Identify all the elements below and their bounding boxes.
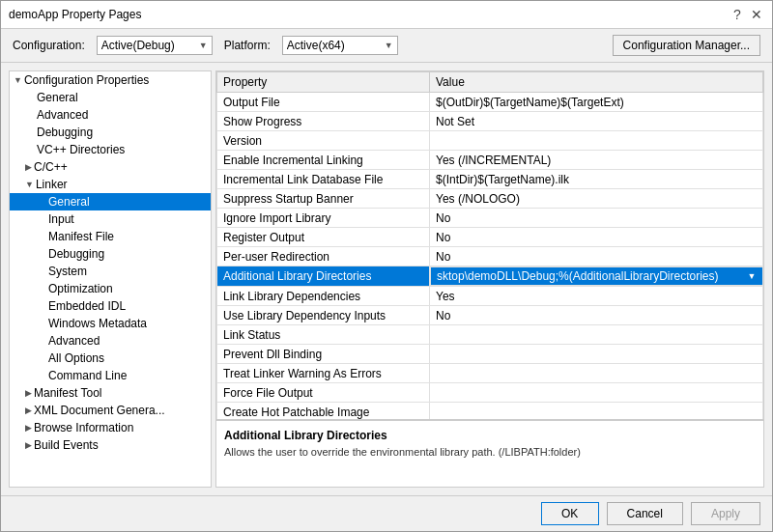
table-row[interactable]: Treat Linker Warning As Errors [217, 364, 763, 383]
tree-expand-icon: ▶ [25, 440, 32, 450]
tree-item-linker[interactable]: ▼Linker [10, 176, 211, 193]
tree-item-linker-input[interactable]: Input [10, 210, 211, 228]
col-property: Property [217, 72, 430, 93]
tree-item-linker-advanced[interactable]: Advanced [10, 332, 211, 350]
table-row[interactable]: Link Status [217, 325, 763, 345]
tree-item-linker-general[interactable]: General [10, 193, 211, 210]
prop-value: $(IntDir)$(TargetName).ilk [430, 170, 763, 189]
tree-item-linker-winmeta[interactable]: Windows Metadata [10, 315, 211, 332]
tree-item-label: All Options [48, 351, 104, 365]
table-row[interactable]: Version [217, 131, 763, 151]
table-row[interactable]: Register OutputNo [217, 228, 763, 247]
table-row[interactable]: Force File Output [217, 383, 763, 403]
prop-name: Create Hot Patchable Image [217, 403, 430, 420]
prop-value: Not Set [430, 112, 763, 131]
apply-button[interactable]: Apply [691, 502, 760, 525]
prop-value [430, 345, 763, 364]
tree-item-vc-dirs[interactable]: VC++ Directories [10, 141, 211, 158]
prop-name: Incremental Link Database File [217, 170, 430, 189]
table-row[interactable]: Create Hot Patchable Image [217, 403, 763, 420]
tree-expand-icon: ▶ [25, 423, 32, 433]
title-bar: demoApp Property Pages ? ✕ [1, 1, 772, 29]
prop-value: Yes (/NOLOGO) [430, 189, 763, 209]
table-row[interactable]: Additional Library Directoriessktop\demo… [217, 266, 763, 287]
tree-item-build-events[interactable]: ▶Build Events [10, 436, 211, 454]
prop-value: No [430, 247, 763, 266]
tree-item-linker-system[interactable]: System [10, 263, 211, 280]
properties-table-container: Property Value Output File$(OutDir)$(Tar… [216, 71, 763, 419]
prop-name: Prevent Dll Binding [217, 345, 430, 364]
tree-item-label: Windows Metadata [48, 317, 147, 330]
tree-item-linker-optim[interactable]: Optimization [10, 280, 211, 297]
tree-item-browse-info[interactable]: ▶Browse Information [10, 419, 211, 436]
prop-name: Ignore Import Library [217, 209, 430, 228]
tree-item-label: Debugging [37, 126, 93, 139]
tree-item-linker-embedded[interactable]: Embedded IDL [10, 297, 211, 315]
platform-select[interactable]: Active(x64) [282, 36, 398, 55]
col-value: Value [430, 72, 763, 93]
table-row[interactable]: Suppress Startup BannerYes (/NOLOGO) [217, 189, 763, 209]
tree-item-linker-allopts[interactable]: All Options [10, 350, 211, 367]
tree-item-xml-doc[interactable]: ▶XML Document Genera... [10, 402, 211, 419]
close-button[interactable]: ✕ [749, 7, 764, 22]
table-row[interactable]: Ignore Import LibraryNo [217, 209, 763, 228]
ok-button[interactable]: OK [541, 502, 599, 525]
tree-item-label: XML Document Genera... [34, 404, 165, 417]
table-row[interactable]: Prevent Dll Binding [217, 345, 763, 364]
table-row[interactable]: Link Library DependenciesYes [217, 287, 763, 306]
value-dropdown-icon[interactable]: ▼ [748, 271, 757, 281]
tree-item-label: Command Line [48, 369, 127, 382]
tree-expand-icon: ▼ [25, 180, 34, 189]
tree-item-config-props[interactable]: ▼Configuration Properties [10, 71, 211, 89]
table-row[interactable]: Enable Incremental LinkingYes (/INCREMEN… [217, 151, 763, 170]
tree-item-manifest-tool[interactable]: ▶Manifest Tool [10, 384, 211, 402]
tree-item-label: VC++ Directories [37, 143, 125, 156]
table-row[interactable]: Show ProgressNot Set [217, 112, 763, 131]
help-button[interactable]: ? [730, 7, 745, 22]
description-panel: Additional Library Directories Allows th… [216, 419, 763, 487]
tree-item-label: Optimization [48, 282, 113, 295]
tree-item-label: Manifest Tool [34, 386, 101, 400]
prop-name: Treat Linker Warning As Errors [217, 364, 430, 383]
tree-item-label: Build Events [34, 438, 99, 452]
tree-item-general[interactable]: General [10, 89, 211, 106]
tree-item-label: Debugging [48, 247, 104, 261]
config-select-wrapper: Active(Debug) [97, 36, 213, 55]
description-title: Additional Library Directories [224, 429, 756, 442]
tree-item-advanced[interactable]: Advanced [10, 106, 211, 124]
prop-name: Version [217, 131, 430, 151]
tree-item-label: Manifest File [48, 230, 114, 243]
tree-item-label: C/C++ [34, 160, 68, 174]
prop-name: Suppress Startup Banner [217, 189, 430, 209]
config-select[interactable]: Active(Debug) [97, 36, 213, 55]
tree-panel: ▼Configuration PropertiesGeneralAdvanced… [9, 70, 212, 488]
tree-item-linker-manifest[interactable]: Manifest File [10, 228, 211, 245]
prop-name: Show Progress [217, 112, 430, 131]
window-title: demoApp Property Pages [9, 8, 141, 21]
prop-value [430, 325, 763, 345]
prop-value: sktop\demoDLL\Debug;%(AdditionalLibraryD… [430, 266, 763, 286]
properties-panel: Property Value Output File$(OutDir)$(Tar… [215, 70, 764, 488]
table-row[interactable]: Output File$(OutDir)$(TargetName)$(Targe… [217, 93, 763, 112]
table-row[interactable]: Per-user RedirectionNo [217, 247, 763, 266]
tree-item-cpp[interactable]: ▶C/C++ [10, 158, 211, 176]
bottom-bar: OK Cancel Apply [1, 495, 772, 531]
tree-item-label: Browse Information [34, 421, 133, 434]
cancel-button[interactable]: Cancel [607, 502, 683, 525]
toolbar: Configuration: Active(Debug) Platform: A… [1, 29, 772, 63]
prop-name: Link Status [217, 325, 430, 345]
prop-name: Use Library Dependency Inputs [217, 306, 430, 325]
tree-item-label: Linker [36, 178, 68, 191]
tree-item-label: Embedded IDL [48, 299, 126, 313]
tree-item-label: Advanced [37, 108, 88, 122]
tree-item-linker-debugging[interactable]: Debugging [10, 245, 211, 263]
tree-item-debugging[interactable]: Debugging [10, 124, 211, 141]
config-manager-button[interactable]: Configuration Manager... [613, 35, 760, 56]
prop-value [430, 131, 763, 151]
table-row[interactable]: Incremental Link Database File$(IntDir)$… [217, 170, 763, 189]
table-row[interactable]: Use Library Dependency InputsNo [217, 306, 763, 325]
tree-expand-icon: ▶ [25, 162, 32, 172]
prop-value: No [430, 228, 763, 247]
prop-value: Yes (/INCREMENTAL) [430, 151, 763, 170]
tree-item-linker-cmdline[interactable]: Command Line [10, 367, 211, 384]
